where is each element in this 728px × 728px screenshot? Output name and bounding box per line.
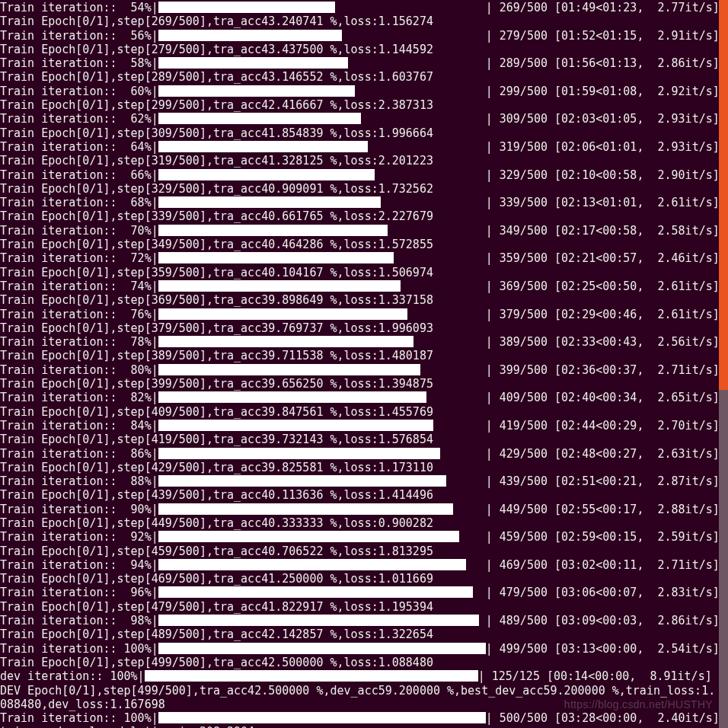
progress-stats: | 289/500 [01:56<01:13, 2.86it/s] [486,56,720,70]
scrollbar[interactable] [719,0,728,728]
progress-line: Train iteration:: 80%|| 399/500 [02:36<0… [0,363,728,377]
progress-bar-filled [158,280,401,292]
epoch-line: Train Epoch[0/1],step[399/500],tra_acc39… [0,377,728,391]
progress-bar-filled [158,30,342,41]
progress-prefix: Train iteration:: 98%| [0,614,158,627]
progress-bar-filled [158,336,413,347]
progress-bar-filled [158,85,355,97]
progress-stats: | 279/500 [01:52<01:15, 2.91it/s] [486,29,720,43]
progress-stats: | 499/500 [03:13<00:00, 2.54it/s] [486,642,720,656]
progress-line: Train iteration:: 62%|| 309/500 [02:03<0… [0,112,728,126]
progress-prefix: Train iteration:: 88%| [0,474,158,488]
progress-line: Train iteration:: 64%|| 319/500 [02:06<0… [0,140,728,154]
progress-line: Train iteration:: 72%|| 359/500 [02:21<0… [0,251,728,265]
progress-stats: | 500/500 [03:28<00:00, 2.40it/s] [486,711,720,725]
progress-line: Train iteration:: 88%|| 439/500 [02:51<0… [0,474,728,488]
progress-prefix: Train iteration:: 84%| [0,419,158,433]
progress-bar-filled [158,712,486,723]
epoch-line: Train Epoch[0/1],step[489/500],tra_acc42… [0,627,728,641]
progress-bar-filled [158,225,388,236]
progress-line: Train iteration:: 92%|| 459/500 [02:59<0… [0,530,728,544]
progress-prefix: Train iteration:: 62%| [0,112,158,126]
progress-bar-filled [158,643,486,654]
progress-bar-filled [158,57,348,69]
progress-stats: | 329/500 [02:10<00:58, 2.90it/s] [486,168,720,182]
time-line: trian and eval model time is 208.2904 [0,725,728,728]
progress-line: Train iteration:: 60%|| 299/500 [01:59<0… [0,85,728,98]
progress-bar-filled [158,169,375,180]
progress-prefix: Train iteration:: 54%| [0,1,158,14]
progress-prefix: Train iteration:: 86%| [0,447,158,461]
epoch-line: Train Epoch[0/1],step[329/500],tra_acc40… [0,182,728,196]
progress-prefix: Train iteration:: 56%| [0,29,158,43]
progress-bar-filled [158,364,420,375]
progress-bar-filled [158,391,427,403]
progress-stats: | 479/500 [03:06<00:07, 2.83it/s] [486,586,720,599]
progress-bar-filled [158,420,433,431]
progress-prefix: Train iteration:: 66%| [0,168,158,182]
progress-stats: | 349/500 [02:17<00:58, 2.58it/s] [486,224,720,238]
scrollbar-thumb-top[interactable] [719,0,728,390]
progress-stats: | 369/500 [02:25<00:50, 2.61it/s] [486,279,720,293]
progress-prefix: Train iteration:: 64%| [0,140,158,154]
epoch-line: Train Epoch[0/1],step[339/500],tra_acc40… [0,209,728,223]
progress-prefix: Train iteration:: 76%| [0,308,158,321]
progress-stats: | 469/500 [03:02<00:11, 2.71it/s] [486,558,720,572]
progress-stats: | 449/500 [02:55<00:17, 2.88it/s] [486,503,720,516]
progress-bar-filled [158,141,368,152]
progress-prefix: Train iteration:: 100%| [0,642,158,656]
epoch-line: Train Epoch[0/1],step[469/500],tra_acc41… [0,572,728,586]
progress-stats: | 429/500 [02:48<00:27, 2.63it/s] [486,447,720,461]
progress-line: Train iteration:: 56%|| 279/500 [01:52<0… [0,29,728,43]
epoch-line: Train Epoch[0/1],step[439/500],tra_acc40… [0,488,728,502]
epoch-line: Train Epoch[0/1],step[279/500],tra_acc43… [0,43,728,56]
epoch-line: Train Epoch[0/1],step[359/500],tra_acc40… [0,266,728,279]
progress-prefix: Train iteration:: 70%| [0,224,158,238]
scrollbar-thumb-bottom[interactable] [719,390,728,728]
progress-bar-filled [158,196,381,208]
progress-stats: | 439/500 [02:51<00:21, 2.87it/s] [486,474,720,488]
progress-prefix: Train iteration:: 78%| [0,335,158,349]
progress-line: Train iteration:: 98%|| 489/500 [03:09<0… [0,614,728,627]
progress-line: Train iteration:: 74%|| 369/500 [02:25<0… [0,279,728,293]
epoch-line: Train Epoch[0/1],step[309/500],tra_acc41… [0,126,728,140]
progress-line: Train iteration:: 66%|| 329/500 [02:10<0… [0,168,728,182]
progress-bar-filled [158,2,335,13]
terminal-output[interactable]: Train iteration:: 54%|| 269/500 [01:49<0… [0,0,728,728]
progress-bar-filled [158,252,394,263]
epoch-line: Train Epoch[0/1],step[389/500],tra_acc39… [0,349,728,362]
epoch-line: Train Epoch[0/1],step[349/500],tra_acc40… [0,238,728,251]
epoch-line: Train Epoch[0/1],step[409/500],tra_acc39… [0,405,728,419]
progress-stats: | 379/500 [02:29<00:46, 2.61it/s] [486,308,720,321]
progress-stats: | 489/500 [03:09<00:03, 2.86it/s] [486,614,720,627]
progress-prefix: Train iteration:: 72%| [0,251,158,265]
progress-line: Train iteration:: 86%|| 429/500 [02:48<0… [0,447,728,461]
progress-stats: | 125/125 [00:14<00:00, 8.91it/s] [478,669,712,683]
progress-line: Train iteration:: 70%|| 349/500 [02:17<0… [0,224,728,238]
progress-line: Train iteration:: 68%|| 339/500 [02:13<0… [0,196,728,209]
epoch-line: Train Epoch[0/1],step[499/500],tra_acc42… [0,656,728,669]
progress-line: Train iteration:: 82%|| 409/500 [02:40<0… [0,391,728,404]
epoch-line: Train Epoch[0/1],step[449/500],tra_acc40… [0,516,728,530]
progress-bar-filled [158,448,440,459]
progress-stats: | 359/500 [02:21<00:57, 2.46it/s] [486,251,720,265]
epoch-line: Train Epoch[0/1],step[299/500],tra_acc42… [0,98,728,112]
progress-prefix: Train iteration:: 90%| [0,503,158,516]
progress-bar-filled [158,308,407,320]
progress-stats: | 399/500 [02:36<00:37, 2.71it/s] [486,363,720,377]
progress-line: Train iteration:: 84%|| 419/500 [02:44<0… [0,419,728,433]
progress-prefix: Train iteration:: 94%| [0,558,158,572]
progress-bar-filled [158,586,473,598]
progress-stats: | 459/500 [02:59<00:15, 2.59it/s] [486,530,720,544]
progress-bar-filled [158,113,362,124]
progress-line: Train iteration:: 78%|| 389/500 [02:33<0… [0,335,728,349]
progress-prefix: Train iteration:: 96%| [0,586,158,599]
progress-prefix: Train iteration:: 60%| [0,85,158,98]
epoch-line: Train Epoch[0/1],step[379/500],tra_acc39… [0,321,728,335]
progress-line: Train iteration:: 96%|| 479/500 [03:06<0… [0,586,728,599]
progress-stats: | 409/500 [02:40<00:34, 2.65it/s] [486,391,720,404]
progress-bar-filled [158,615,479,626]
progress-line: Train iteration:: 76%|| 379/500 [02:29<0… [0,308,728,321]
progress-prefix: Train iteration:: 100%| [0,711,158,725]
progress-line: Train iteration:: 94%|| 469/500 [03:02<0… [0,558,728,572]
